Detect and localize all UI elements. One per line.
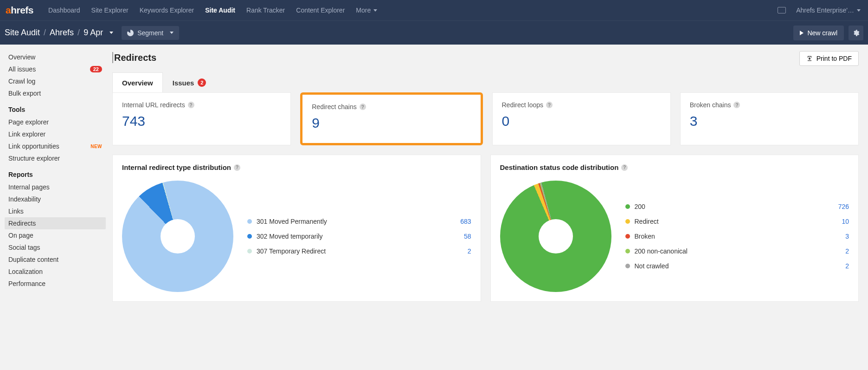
sidebar: OverviewAll issues22Crawl logBulk export…: [0, 45, 109, 316]
crumb-site-audit[interactable]: Site Audit: [5, 28, 40, 38]
stat-cards: Internal URL redirects? 743 Redirect cha…: [112, 92, 859, 145]
sidebar-head-tools: Tools: [5, 99, 106, 116]
legend-row[interactable]: 302 Moved temporarily58: [247, 229, 471, 244]
topnav-item[interactable]: More: [350, 0, 383, 20]
card-redirect-type-dist: Internal redirect type distribution? 301…: [112, 155, 481, 302]
sidebar-item[interactable]: Social tags: [5, 241, 106, 253]
legend-row[interactable]: 200726: [625, 199, 849, 214]
sidebar-item[interactable]: Indexability: [5, 193, 106, 205]
legend-swatch: [625, 234, 630, 239]
new-crawl-label: New crawl: [807, 29, 837, 37]
help-icon[interactable]: ?: [234, 164, 240, 171]
sidebar-item[interactable]: Duplicate content: [5, 253, 106, 266]
sidebar-item[interactable]: Link explorer: [5, 128, 106, 140]
legend-row[interactable]: Redirect10: [625, 214, 849, 229]
help-icon[interactable]: ?: [621, 164, 628, 171]
legend-label: Not crawled: [635, 262, 669, 270]
sidebar-item-label: Structure explorer: [8, 155, 60, 162]
legend-value: 2: [845, 247, 849, 255]
sidebar-item[interactable]: Performance: [5, 278, 106, 290]
topnav-item[interactable]: Keywords Explorer: [134, 0, 200, 20]
logo-a: a: [6, 5, 11, 15]
sidebar-item[interactable]: On page: [5, 229, 106, 241]
tab-issues-count: 2: [198, 78, 206, 87]
legend-swatch: [625, 219, 630, 224]
play-icon: [800, 31, 804, 35]
settings-button[interactable]: [849, 26, 863, 40]
account-menu[interactable]: Ahrefs Enterprise'…: [791, 0, 862, 20]
chevron-down-icon: [373, 9, 377, 12]
new-crawl-button[interactable]: New crawl: [793, 26, 844, 40]
chart-title: Destination status code distribution: [500, 163, 619, 171]
legend-label: 302 Moved temporarily: [257, 233, 322, 240]
segment-button[interactable]: Segment: [122, 26, 179, 40]
legend-value: 58: [464, 233, 471, 240]
sidebar-item-label: Links: [8, 208, 24, 215]
tabs: Overview Issues 2: [112, 72, 859, 92]
chevron-down-icon: [857, 9, 861, 12]
topnav-item[interactable]: Rank Tracker: [241, 0, 290, 20]
legend-row[interactable]: 200 non-canonical2: [625, 244, 849, 259]
sidebar-item[interactable]: All issues22: [5, 63, 106, 75]
legend-row[interactable]: 301 Moved Permanently683: [247, 214, 471, 229]
sidebar-item[interactable]: Crawl log: [5, 75, 106, 87]
tab-overview[interactable]: Overview: [112, 72, 163, 92]
topnav-item[interactable]: Site Audit: [199, 0, 241, 20]
logo[interactable]: ahrefs: [6, 5, 33, 16]
sidebar-item-label: Performance: [8, 280, 45, 287]
topnav-item[interactable]: Content Explorer: [290, 0, 350, 20]
sidebar-item-label: Link explorer: [8, 130, 45, 138]
help-icon[interactable]: ?: [546, 102, 553, 108]
sidebar-item[interactable]: Structure explorer: [5, 152, 106, 164]
tab-issues[interactable]: Issues 2: [163, 72, 216, 92]
donut-chart: [500, 181, 611, 292]
legend-row[interactable]: Not crawled2: [625, 259, 849, 273]
card-redirect-chains[interactable]: Redirect chains? 9: [300, 92, 482, 145]
sidebar-item[interactable]: Page explorer: [5, 116, 106, 128]
top-nav: ahrefs DashboardSite ExplorerKeywords Ex…: [0, 0, 868, 20]
help-icon[interactable]: ?: [360, 104, 366, 110]
topnav-item[interactable]: Site Explorer: [86, 0, 134, 20]
sidebar-head-reports: Reports: [5, 164, 106, 181]
logo-hrefs: hrefs: [11, 5, 33, 15]
crumb-project[interactable]: Ahrefs: [50, 28, 74, 38]
legend-value: 2: [845, 262, 849, 270]
donut-chart: [122, 181, 233, 292]
card-label: Redirect loops: [502, 101, 544, 109]
help-icon[interactable]: ?: [188, 102, 194, 108]
print-pdf-button[interactable]: Print to PDF: [799, 51, 859, 66]
sidebar-item[interactable]: Redirects: [5, 217, 106, 229]
legend-value: 726: [838, 203, 849, 210]
sidebar-item[interactable]: Overview: [5, 51, 106, 63]
topnav-item[interactable]: Dashboard: [43, 0, 86, 20]
legend-swatch: [247, 249, 252, 253]
account-label: Ahrefs Enterprise'…: [796, 6, 854, 14]
device-icon[interactable]: [778, 7, 786, 13]
page-title: Redirects: [112, 52, 859, 63]
legend-value: 2: [468, 247, 471, 255]
card-broken-chains[interactable]: Broken chains? 3: [680, 92, 859, 145]
legend-swatch: [625, 204, 630, 209]
chart-legend: 200726Redirect10Broken3200 non-canonical…: [625, 199, 849, 273]
sidebar-item[interactable]: Links: [5, 205, 106, 217]
legend-row[interactable]: 307 Temporary Redirect2: [247, 244, 471, 259]
breadcrumb-sep: /: [77, 28, 80, 38]
sidebar-item[interactable]: Internal pages: [5, 181, 106, 193]
legend-swatch: [247, 234, 252, 239]
sidebar-item-label: Social tags: [8, 244, 40, 251]
sidebar-item[interactable]: Link opportunitiesNEW: [5, 140, 106, 152]
print-label: Print to PDF: [817, 55, 852, 62]
legend-row[interactable]: Broken3: [625, 229, 849, 244]
help-icon[interactable]: ?: [733, 102, 740, 108]
gear-icon: [852, 29, 860, 37]
card-internal-redirects[interactable]: Internal URL redirects? 743: [112, 92, 291, 145]
crumb-date[interactable]: 9 Apr: [84, 28, 103, 38]
segment-label: Segment: [137, 29, 163, 37]
main-content: Redirects Print to PDF Overview Issues 2…: [109, 45, 868, 316]
sidebar-item[interactable]: Bulk export: [5, 87, 106, 99]
sidebar-item-label: Internal pages: [8, 183, 50, 191]
card-redirect-loops[interactable]: Redirect loops? 0: [492, 92, 671, 145]
card-value: 3: [690, 113, 849, 129]
chevron-down-icon[interactable]: [109, 32, 113, 34]
sidebar-item[interactable]: Localization: [5, 266, 106, 278]
